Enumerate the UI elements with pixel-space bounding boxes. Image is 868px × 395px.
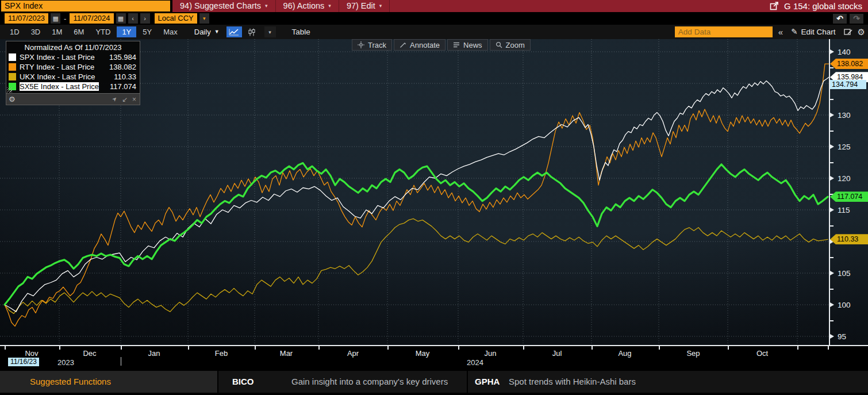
candlestick-chart-type-button[interactable] — [244, 26, 260, 37]
redo-button[interactable]: ↷ — [850, 14, 863, 24]
shift-range-back-button[interactable]: ‹ — [128, 13, 138, 24]
menu-96-actions[interactable]: 96) Actions▾ — [276, 0, 339, 12]
axis-minor-tick — [830, 257, 834, 258]
axis-tick — [830, 302, 834, 307]
add-data-input[interactable] — [675, 26, 773, 37]
legend-gear-icon[interactable]: ⚙ — [9, 94, 16, 105]
export-icon[interactable] — [770, 2, 779, 10]
chevron-down-icon: ▼ — [214, 26, 220, 37]
axis-tick-label: 95 — [838, 332, 846, 342]
edit-chart-button[interactable]: ✎ Edit Chart — [789, 26, 838, 37]
year-label-2023: 2023 — [57, 358, 74, 367]
legend-item-label: SX5E Index - Last Price — [20, 82, 99, 91]
menu-label: 94) Suggested Charts — [180, 0, 261, 12]
toolbar-right-cluster: « ✎ Edit Chart ⚙ — [675, 26, 865, 37]
axis-tick-label: 115 — [838, 205, 850, 215]
range-tab-6m[interactable]: 6M — [68, 26, 89, 37]
time-axis-tick — [458, 346, 459, 350]
axis-minor-tick — [830, 131, 834, 132]
menu-97-edit[interactable]: 97) Edit▾ — [339, 0, 390, 12]
range-tab-5y[interactable]: 5Y — [137, 26, 157, 37]
range-tab-max[interactable]: Max — [158, 26, 183, 37]
table-button[interactable]: Table — [286, 26, 316, 37]
year-label-2024: 2024 — [467, 358, 483, 367]
legend-resize-handle[interactable] — [7, 87, 12, 93]
last-price-badge: 110.33 — [830, 234, 868, 244]
legend-title: Normalized As Of 11/07/2023 — [6, 41, 140, 52]
news-button[interactable]: News — [447, 39, 488, 51]
axis-tick — [830, 176, 834, 181]
date-range-cluster: 11/07/2023 ▦ - 11/07/2024 ▦ ‹ › Local CC… — [5, 13, 209, 24]
axis-tick — [830, 334, 834, 339]
zoom-icon — [496, 41, 502, 48]
zoom-button[interactable]: Zoom — [490, 39, 531, 51]
minimize-icon[interactable]: ↙ — [122, 95, 128, 103]
legend-panel[interactable]: Normalized As Of 11/07/2023 SPX Index - … — [6, 41, 140, 105]
time-axis-tick — [5, 346, 6, 350]
month-label-mar: Mar — [280, 349, 293, 358]
title-bar: SPX Index 94) Suggested Charts▾96) Actio… — [0, 0, 868, 12]
close-icon[interactable]: × — [132, 95, 136, 103]
line-chart-type-button[interactable] — [226, 26, 242, 37]
pencil-icon: ✎ — [791, 26, 797, 37]
time-axis-tick — [828, 346, 829, 350]
menu-94-suggested-charts[interactable]: 94) Suggested Charts▾ — [172, 0, 276, 12]
axis-minor-tick — [830, 67, 834, 68]
start-date-calendar-icon[interactable]: ▦ — [51, 13, 60, 24]
range-tab-1y[interactable]: 1Y — [117, 26, 136, 37]
time-axis-tick — [797, 346, 798, 350]
last-price-badge: 134.794 — [830, 80, 866, 89]
legend-item-spx[interactable]: SPX Index - Last Price135.984 — [6, 52, 140, 62]
chevron-down-icon: ▾ — [328, 0, 331, 12]
axis-tick — [830, 208, 834, 212]
undo-button[interactable]: ↶ — [833, 14, 847, 24]
range-tab-3d[interactable]: 3D — [26, 26, 46, 37]
chart-settings-button[interactable] — [843, 26, 854, 37]
range-tab-1m[interactable]: 1M — [47, 26, 67, 37]
tool-label: Zoom — [506, 41, 525, 49]
value-axis[interactable]: 95100105110115120125130135140138.082135.… — [829, 39, 868, 345]
currency-dropdown-icon[interactable]: ▾ — [199, 13, 209, 24]
chart-region: 95100105110115120125130135140138.082135.… — [0, 39, 868, 345]
candlestick-icon — [248, 28, 256, 36]
time-axis: 11/16/23 NovDecJanFebMarAprMayJunJulAugS… — [0, 345, 868, 368]
axis-tick-label: 100 — [838, 300, 851, 310]
ticker-input[interactable]: SPX Index — [1, 1, 170, 11]
range-tabs: 1D3D1M6MYTD1Y5YMax Daily ▼ — [5, 26, 316, 37]
gear-icon[interactable]: ⚙ — [858, 26, 865, 37]
axis-tick-label: 120 — [838, 174, 851, 183]
legend-item-ukx[interactable]: UKX Index - Last Price110.33 — [6, 72, 140, 82]
pin-icon[interactable]: ➤ — [110, 95, 120, 104]
annotate-button[interactable]: Annotate — [394, 39, 445, 51]
legend-item-rty[interactable]: RTY Index - Last Price138.082 — [6, 62, 140, 72]
axis-tick — [830, 49, 834, 54]
chart-type-dropdown-icon[interactable]: ▾ — [264, 26, 276, 37]
function-title: G 154: global stocks — [770, 1, 868, 11]
undo-redo-cluster: ↶ ↷ — [833, 14, 863, 24]
function-shortcut-gpha[interactable]: GPHA — [475, 371, 500, 393]
time-axis-tick — [121, 346, 122, 350]
legend-item-sx5e[interactable]: SX5E Index - Last Price117.074 — [6, 82, 140, 91]
start-date-field[interactable]: 11/07/2023 — [5, 13, 48, 24]
function-shortcut-bico[interactable]: BICO — [232, 371, 254, 393]
range-tab-1d[interactable]: 1D — [5, 26, 25, 37]
shift-range-forward-button[interactable]: › — [140, 13, 150, 24]
collapse-panel-button[interactable]: « — [776, 26, 785, 37]
axis-tick-label: 130 — [838, 110, 851, 120]
date-bar: 11/07/2023 ▦ - 11/07/2024 ▦ ‹ › Local CC… — [0, 12, 868, 25]
month-label-sep: Sep — [686, 349, 700, 358]
legend-swatch — [9, 53, 16, 61]
currency-select[interactable]: Local CCY — [155, 13, 197, 24]
footer-divider — [467, 371, 468, 393]
end-date-field[interactable]: 11/07/2024 — [70, 13, 113, 24]
axis-tick-label: 125 — [838, 142, 851, 152]
axis-tick-label: 140 — [838, 47, 851, 57]
frequency-select[interactable]: Daily ▼ — [190, 26, 224, 37]
track-button[interactable]: Track — [352, 39, 392, 51]
time-axis-tick — [318, 346, 320, 350]
range-tab-ytd[interactable]: YTD — [90, 26, 116, 37]
legend-item-value: 138.082 — [109, 63, 136, 71]
month-label-nov: Nov — [25, 349, 38, 358]
end-date-calendar-icon[interactable]: ▦ — [116, 13, 126, 24]
time-axis-tick — [387, 346, 389, 350]
